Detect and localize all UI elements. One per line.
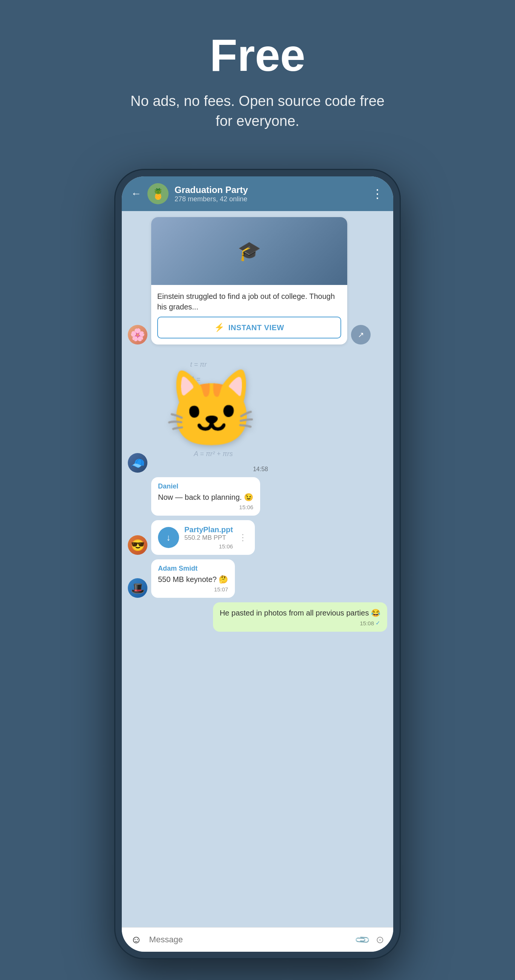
sticker-container: t = πr A = V = l² P = 2πr A = πr² s = √r… (151, 349, 272, 469)
sticker-message: t = πr A = V = l² P = 2πr A = πr² s = √r… (151, 349, 272, 473)
file-info: PartyPlan.ppt 550.2 MB PPT 15:06 (184, 525, 233, 550)
article-image: 🎓 (151, 217, 347, 285)
group-members: 278 members, 42 online (175, 195, 365, 203)
group-info: Graduation Party 278 members, 42 online (175, 185, 365, 203)
message-row: 🌸 🎓 Einstein struggled to find a job out… (128, 217, 387, 345)
attach-button[interactable]: 📎 (354, 931, 371, 948)
file-size: 550.2 MB PPT (184, 534, 233, 542)
cat-sticker: 🐱 (164, 365, 258, 454)
hero-section: Free No ads, no fees. Open source code f… (0, 0, 515, 154)
own-message-row: He pasted in photos from all previous pa… (128, 602, 387, 632)
file-download-button[interactable]: ↓ (158, 527, 179, 548)
file-name: PartyPlan.ppt (184, 525, 233, 534)
message-text: 550 MB keynote? 🤔 (158, 574, 228, 585)
hero-title: Free (15, 30, 500, 80)
hero-subtitle: No ads, no fees. Open source code free f… (126, 91, 389, 131)
chat-header: ← 🍍 Graduation Party 278 members, 42 onl… (122, 177, 393, 211)
sender-name: Adam Smidt (158, 565, 228, 573)
article-text: Einstein struggled to find a job out of … (157, 291, 341, 312)
message-input-bar: ☺ 📎 ⊙ (122, 927, 393, 952)
phone-frame: ← 🍍 Graduation Party 278 members, 42 onl… (114, 169, 401, 959)
phone-screen: ← 🍍 Graduation Party 278 members, 42 onl… (122, 177, 393, 952)
download-icon: ↓ (166, 532, 171, 543)
file-more-button[interactable]: ⋮ (238, 532, 248, 543)
message-time: 15:08 ✓ (220, 620, 380, 627)
back-button[interactable]: ← (131, 188, 141, 200)
message-text: He pasted in photos from all previous pa… (220, 608, 380, 618)
chat-body: 🌸 🎓 Einstein struggled to find a job out… (122, 211, 393, 927)
message-input[interactable] (149, 935, 349, 945)
emoji-button[interactable]: ☺ (131, 934, 142, 946)
sticker-row: 🧢 t = πr A = V = l² P = 2πr A = πr² s = … (128, 349, 387, 473)
message-time: 15:06 (158, 504, 254, 511)
message-row: 🎩 Adam Smidt 550 MB keynote? 🤔 15:07 (128, 559, 387, 598)
group-avatar-emoji: 🍍 (151, 188, 165, 200)
checkmark-icon: ✓ (376, 620, 380, 627)
avatar: 🧢 (128, 453, 147, 473)
share-button[interactable]: ↗ (351, 325, 371, 345)
file-bubble: ↓ PartyPlan.ppt 550.2 MB PPT 15:06 ⋮ (151, 520, 255, 555)
message-time: 15:06 (184, 543, 233, 550)
message-text: Now — back to planning. 😉 (158, 492, 254, 503)
camera-button[interactable]: ⊙ (376, 934, 384, 946)
article-content: Einstein struggled to find a job out of … (151, 285, 347, 345)
message-row: Daniel Now — back to planning. 😉 15:06 (128, 477, 387, 515)
own-message-bubble: He pasted in photos from all previous pa… (213, 602, 387, 632)
avatar: 🌸 (128, 325, 147, 345)
message-bubble: Adam Smidt 550 MB keynote? 🤔 15:07 (151, 559, 235, 598)
message-time: 15:07 (158, 586, 228, 592)
group-avatar: 🍍 (147, 183, 169, 204)
share-icon: ↗ (358, 330, 364, 339)
message-bubble: Daniel Now — back to planning. 😉 15:06 (151, 477, 260, 515)
article-bubble: 🎓 Einstein struggled to find a job out o… (151, 217, 347, 345)
instant-view-label: INSTANT VIEW (228, 323, 284, 332)
group-name: Graduation Party (175, 185, 365, 195)
instant-view-button[interactable]: ⚡ INSTANT VIEW (157, 317, 341, 339)
message-row: 😎 ↓ PartyPlan.ppt 550.2 MB PPT 15:06 ⋮ (128, 520, 387, 555)
avatar: 😎 (128, 535, 147, 555)
lightning-icon: ⚡ (214, 323, 225, 332)
sender-name: Daniel (158, 482, 254, 490)
avatar: 🎩 (128, 578, 147, 598)
phone-wrapper: ← 🍍 Graduation Party 278 members, 42 onl… (114, 169, 401, 959)
more-button[interactable]: ⋮ (372, 186, 384, 201)
